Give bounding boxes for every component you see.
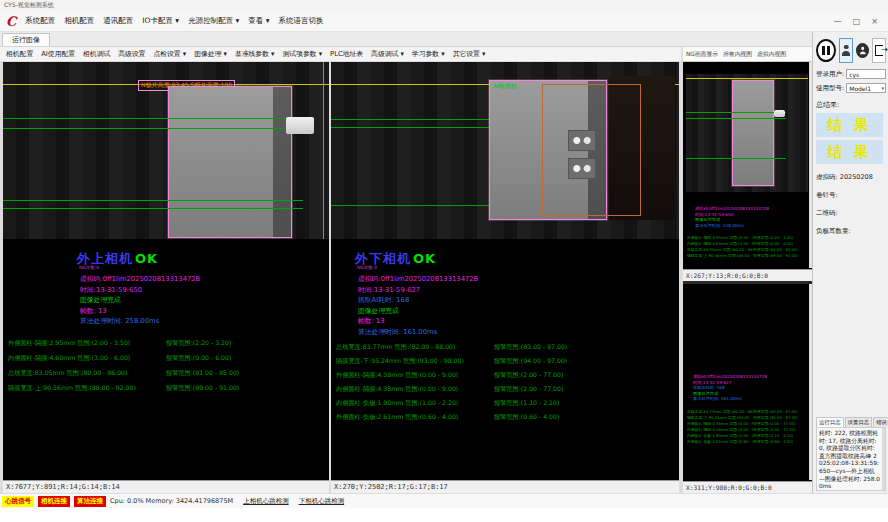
thumbnail-upper-camera[interactable]: 外上相机OK 虚拟码:0ff1lim2025020813313472B 时间:1… — [683, 62, 812, 281]
thumbnail-lower-camera[interactable]: 外下相机OK 虚拟码:0ff1lim2025020813313472B 时间:1… — [683, 284, 812, 493]
measurement-value: 隔膜宽度-上:90.56mm 范围:(88.00 - 92.00) — [687, 253, 753, 258]
close-icon[interactable]: × — [871, 17, 878, 26]
camera-connection-badge: 相机连接 — [38, 496, 70, 507]
menu-system-config[interactable]: 系统配置 — [25, 16, 55, 26]
tool-plc-address-table[interactable]: PLC地址表 — [330, 49, 363, 59]
menu-io-config[interactable]: IO卡配置 ▾ — [142, 16, 179, 26]
pixel-coordinates-bar: X:7677;Y:891;R:14;G:14;B:14 — [3, 480, 329, 493]
menu-camera-config[interactable]: 相机配置 — [64, 16, 94, 26]
thumb-header-all-views[interactable]: 所有内视图 — [723, 50, 752, 59]
measure-line-green — [3, 118, 303, 119]
menu-language-switch[interactable]: 系统语言切换 — [278, 16, 323, 26]
tool-camera-config[interactable]: 相机配置 — [6, 49, 33, 59]
camera-image-lower[interactable]: AI检测框 — [331, 62, 679, 239]
measurement-alarm: 报警范围:(2.00 - 77.00) — [494, 385, 676, 394]
thumb-header-ng-display[interactable]: NG画面显示 — [686, 50, 718, 59]
cpu-memory-status: Cpu: 0.0% Memory: 3424.41796875M — [110, 497, 233, 505]
model-select[interactable]: Model1 — [846, 83, 886, 93]
pixel-coordinates-bar: X:267;Y:13;R:0;G:0;B:0 — [683, 269, 812, 281]
camera-info-block: 虚拟码:0ff1lim2025020813313472B 时间:13-31-59… — [80, 274, 200, 327]
measurement-row: 外侧圆柱-负极:2.61mm 范围:(0.60 - 4.00) 报警范围:(0.… — [336, 410, 676, 424]
measurement-value: 总线宽度:83.77mm 范围:(82.00 - 88.00) — [687, 409, 753, 414]
log-scrollbar[interactable] — [882, 428, 885, 490]
tool-other-settings[interactable]: 其它设置 ▾ — [453, 49, 486, 59]
tool-advanced-debug[interactable]: 高级调试 ▾ — [371, 49, 404, 59]
measurement-row: 总线宽度:83.05mm 范围:(80.00 - 86.00) 报警范围:(81… — [8, 366, 326, 381]
measurement-alarm: 报警范围:(0.00 - 6.00) — [753, 241, 808, 246]
log-tab-error[interactable]: 错误日志 — [873, 417, 888, 427]
menu-light-config[interactable]: 光源控制配置 ▾ — [188, 16, 239, 26]
thumbnail-scrollbar[interactable] — [809, 284, 812, 480]
log-text: 耗时: 222, 纹路检测耗时: 17, 纹路分离耗时: 0, 纹路提取分区耗时… — [819, 430, 880, 489]
tool-camera-debug[interactable]: 相机调试 — [83, 49, 110, 59]
minimize-icon[interactable]: — — [834, 17, 842, 26]
tab-count-label: 负极耳数量: — [816, 227, 886, 236]
virtual-code-line: 虚拟码:0ff1lim2025020813313472B — [80, 274, 200, 285]
tab-run-image[interactable]: 运行图像 — [2, 33, 50, 46]
tool-learning-params[interactable]: 学习参数 ▾ — [412, 49, 445, 59]
measurement-row: 内侧圆柱-隔膜:4.60mm 范围:(3.00 - 6.00) 报警范围:(0.… — [8, 351, 326, 366]
pause-button[interactable] — [816, 39, 836, 62]
camera-image-upper[interactable]: N极片高度:93.45 S极片高度:100 — [3, 62, 329, 239]
connector-tab — [774, 110, 785, 117]
measurement-alarm: 报警范围:(83.00 - 87.00) — [494, 343, 676, 352]
measurement-row: 外侧圆柱-隔膜:4.38mm 范围:(0.00 - 9.00) 报警范围:(2.… — [336, 368, 676, 382]
camera-panel-upper: N极片高度:93.45 S极片高度:100 外上相机OK — [0, 62, 331, 493]
login-user-input[interactable]: cys — [846, 69, 886, 79]
lower-camera-heartbeat-link[interactable]: 下相机心跳检测 — [299, 497, 345, 506]
virtual-code-value: 20250208 — [840, 173, 873, 181]
upper-camera-heartbeat-link[interactable]: 上相机心跳检测 — [243, 497, 289, 506]
thumb-header-virtual-views[interactable]: 虚拟内视图 — [757, 50, 786, 59]
measurement-alarm: 报警范围:(0.00 - 6.00) — [166, 354, 326, 363]
camera-info-block: 虚拟码:0ff1lim2025020813313472B 时间:13-31-59… — [695, 206, 769, 228]
main-region: 运行图像 相机配置 AI使用配置 相机调试 高级设置 点检设置 ▾ 图像处理 ▾… — [0, 32, 812, 493]
tool-spotcheck-settings[interactable]: 点检设置 ▾ — [153, 49, 186, 59]
measurement-value: 内侧圆柱-隔膜:4.38mm 范围:(0.00 - 9.00) — [687, 427, 753, 432]
measurement-alarm: 报警范围:(81.00 - 85.00) — [753, 247, 808, 252]
measurement-value: 总线宽度:83.05mm 范围:(80.00 - 86.00) — [687, 247, 753, 252]
virtual-code-line: 虚拟码:0ff1lim2025020813313472B — [358, 274, 478, 285]
maximize-icon[interactable]: □ — [853, 17, 861, 26]
menu-view[interactable]: 查看 ▾ — [248, 16, 269, 26]
user-icon — [859, 46, 865, 54]
app-window: CYS-视觉检测系统 C 系统配置 相机配置 通讯配置 IO卡配置 ▾ 光源控制… — [0, 0, 888, 508]
processing-done-line: 图像处理完成 — [80, 295, 200, 306]
tool-test-params[interactable]: 测试项参数 ▾ — [283, 49, 323, 59]
measurement-value: 内侧圆柱-隔膜:4.38mm 范围:(0.00 - 9.00) — [336, 385, 494, 394]
measure-line-green — [686, 112, 786, 113]
measurement-list: 外侧圆柱-隔膜:2.95mm 范围:(2.00 - 3.50)报警范围:(2.2… — [687, 234, 808, 258]
user-button[interactable] — [839, 38, 853, 63]
edge-line-yellow — [323, 62, 324, 239]
measurement-alarm: 报警范围:(89.00 - 91.00) — [166, 384, 326, 393]
log-output[interactable]: 耗时: 222, 纹路检测耗时: 17, 纹路分离耗时: 0, 纹路提取分区耗时… — [816, 427, 886, 491]
menu-comm-config[interactable]: 通讯配置 — [103, 16, 133, 26]
measurement-value: 外侧圆柱-负极:2.61mm 范围:(0.60 - 4.00) — [687, 439, 753, 444]
measurement-alarm: 报警范围:(2.00 - 77.00) — [494, 371, 676, 380]
camera-ok-status: OK — [717, 366, 727, 373]
measurement-alarm: 报警范围:(1.10 - 2.10) — [494, 399, 676, 408]
measurement-alarm: 报警范围:(2.00 - 77.00) — [753, 427, 808, 432]
thumbnail-scrollbar[interactable] — [809, 62, 812, 268]
log-tab-settings[interactable]: 设置日志 — [845, 417, 873, 427]
log-tab-run[interactable]: 运行日志 — [816, 417, 844, 427]
product-edge-shadow — [273, 87, 291, 237]
pin-number-label: 卷针号: — [816, 191, 886, 200]
tool-image-processing[interactable]: 图像处理 ▾ — [194, 49, 227, 59]
tool-ai-config[interactable]: AI使用配置 — [41, 49, 75, 59]
tool-baseline-params[interactable]: 基准线参数 ▾ — [235, 49, 275, 59]
measurement-list: 总线宽度:83.77mm 范围:(82.00 - 88.00) 报警范围:(83… — [336, 340, 676, 424]
exit-button[interactable] — [872, 38, 886, 63]
tool-advanced-settings[interactable]: 高级设置 — [118, 49, 145, 59]
log-section: 运行日志 设置日志 错误日志 耗时: 222, 纹路检测耗时: 17, 纹路分离… — [816, 417, 886, 491]
product-region — [732, 80, 774, 186]
title-bar: CYS-视觉检测系统 — [0, 0, 888, 11]
measurement-row: 内侧圆柱-隔膜:4.38mm 范围:(0.00 - 9.00) 报警范围:(2.… — [336, 382, 676, 396]
processing-done-line: 图像处理完成 — [358, 306, 478, 317]
measurement-alarm: 报警范围:(81.00 - 85.00) — [166, 369, 326, 378]
camera-ok-status: OK — [413, 251, 436, 266]
measurement-value: 外侧圆柱-隔膜:2.95mm 范围:(2.00 - 3.50) — [687, 235, 753, 240]
measurement-list: 外侧圆柱-隔膜:2.95mm 范围:(2.00 - 3.50) 报警范围:(2.… — [8, 336, 326, 396]
operator-button[interactable] — [856, 43, 869, 58]
measurement-value: 总线宽度:83.77mm 范围:(82.00 - 88.00) — [336, 343, 494, 352]
measurement-row: 总线宽度:83.77mm 范围:(82.00 - 88.00) 报警范围:(83… — [336, 340, 676, 354]
